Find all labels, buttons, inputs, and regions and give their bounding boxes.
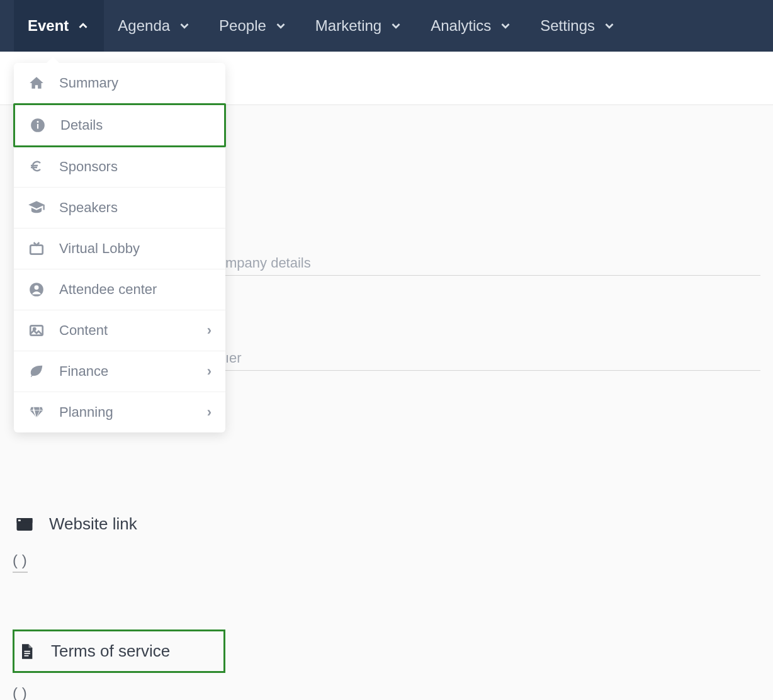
website-link-section: Website link (13, 508, 760, 540)
website-link-value[interactable]: ( ) (13, 551, 28, 573)
user-circle-icon (28, 281, 45, 298)
dropdown-item-virtual-lobby[interactable]: Virtual Lobby (14, 229, 225, 269)
nav-marketing-label: Marketing (315, 17, 381, 35)
dropdown-label: Summary (59, 75, 212, 91)
tv-icon (28, 240, 45, 257)
nav-settings-label: Settings (540, 17, 595, 35)
top-navigation: Event Agenda People Marketing Analytics … (0, 0, 773, 52)
chevron-down-icon (499, 19, 512, 33)
svg-rect-14 (25, 653, 30, 654)
dropdown-item-summary[interactable]: Summary (14, 63, 225, 104)
dropdown-item-finance[interactable]: Finance › (14, 351, 225, 392)
dropdown-item-attendee-center[interactable]: Attendee center (14, 269, 225, 310)
terms-of-service-value[interactable]: ( ) (13, 684, 28, 700)
svg-rect-1 (37, 124, 38, 129)
svg-rect-5 (30, 246, 43, 254)
document-icon (17, 642, 36, 661)
website-link-title: Website link (49, 514, 137, 534)
nav-settings[interactable]: Settings (526, 0, 630, 52)
dropdown-item-content[interactable]: Content › (14, 310, 225, 351)
chevron-down-icon (602, 19, 616, 33)
chevron-right-icon: › (207, 363, 212, 380)
chevron-down-icon (274, 19, 288, 33)
chevron-right-icon: › (207, 404, 212, 421)
dropdown-label: Attendee center (59, 281, 212, 298)
nav-event[interactable]: Event (14, 0, 104, 52)
graduation-cap-icon (28, 199, 45, 217)
nav-agenda[interactable]: Agenda (104, 0, 205, 52)
dropdown-label: Sponsors (59, 159, 212, 175)
image-icon (28, 322, 45, 339)
home-icon (28, 74, 45, 92)
company-details-field[interactable]: mpany details (225, 255, 760, 276)
svg-rect-13 (25, 650, 30, 652)
dropdown-label: Finance (59, 363, 193, 380)
nav-agenda-label: Agenda (118, 17, 170, 35)
dropdown-item-speakers[interactable]: Speakers (14, 188, 225, 229)
dropdown-label: Planning (59, 404, 193, 421)
nav-event-label: Event (28, 17, 69, 35)
svg-rect-12 (18, 519, 21, 521)
dropdown-label: Speakers (59, 200, 212, 216)
svg-rect-15 (25, 655, 29, 656)
dropdown-label: Details (60, 117, 210, 133)
chevron-down-icon (389, 19, 403, 33)
chevron-down-icon (178, 19, 191, 33)
event-dropdown-menu: Summary Details Sponsors Speakers Virtua… (14, 63, 225, 432)
chevron-up-icon (76, 19, 90, 33)
info-icon (29, 116, 47, 134)
nav-people[interactable]: People (205, 0, 302, 52)
svg-point-2 (37, 121, 38, 123)
nav-people-label: People (219, 17, 266, 35)
company-details-placeholder: mpany details (225, 255, 311, 271)
dropdown-item-planning[interactable]: Planning › (14, 392, 225, 432)
partial-ner-placeholder: ıer (225, 350, 242, 366)
diamond-icon (28, 404, 45, 421)
nav-marketing[interactable]: Marketing (302, 0, 417, 52)
nav-analytics[interactable]: Analytics (417, 0, 526, 52)
window-icon (15, 515, 34, 534)
terms-of-service-title: Terms of service (51, 641, 170, 661)
chevron-right-icon: › (207, 322, 212, 339)
terms-of-service-section: Terms of service (13, 629, 225, 673)
dropdown-item-details[interactable]: Details (13, 103, 226, 147)
nav-analytics-label: Analytics (431, 17, 491, 35)
dropdown-label: Content (59, 322, 193, 339)
euro-icon (28, 158, 45, 176)
leaf-icon (28, 363, 45, 380)
svg-point-7 (35, 285, 39, 290)
dropdown-label: Virtual Lobby (59, 240, 212, 257)
partial-ner-field[interactable]: ıer (225, 350, 760, 371)
dropdown-item-sponsors[interactable]: Sponsors (14, 147, 225, 188)
